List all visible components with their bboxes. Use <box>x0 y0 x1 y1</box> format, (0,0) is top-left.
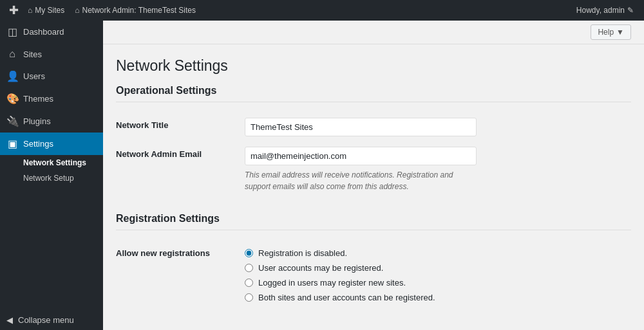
sidebar-item-plugins-label: Plugins <box>23 116 51 126</box>
radio-site-label: Logged in users may register new sites. <box>258 278 406 288</box>
site-name-link[interactable]: ⌂ Network Admin: ThemeTest Sites <box>70 0 201 21</box>
network-email-description: This email address will receive notifica… <box>245 169 477 192</box>
registration-form-table: Allow new registrations Registration is … <box>116 241 631 307</box>
sidebar-item-sites-label: Sites <box>23 50 42 59</box>
plugins-icon: 🔌 <box>6 115 18 127</box>
sidebar-item-themes[interactable]: 🎨 Themes <box>0 87 103 110</box>
allow-registrations-cell: Registration is disabled. User accounts … <box>245 241 631 307</box>
dashboard-icon: ◫ <box>6 26 18 38</box>
network-setup-label: Network Setup <box>23 174 74 183</box>
help-button[interactable]: Help ▼ <box>591 24 631 40</box>
radio-site[interactable]: Logged in users may register new sites. <box>245 278 631 288</box>
sidebar-item-plugins[interactable]: 🔌 Plugins <box>0 110 103 133</box>
sidebar-item-settings[interactable]: ▣ Settings <box>0 133 103 155</box>
page-content: Network Settings Operational Settings Ne… <box>103 44 644 330</box>
main-layout: ◫ Dashboard ⌂ Sites 👤 Users 🎨 Themes 🔌 P… <box>0 21 644 330</box>
edit-profile-icon: ✎ <box>627 6 634 15</box>
collapse-icon: ◀ <box>6 315 13 325</box>
my-sites-icon: ⌂ <box>28 6 32 15</box>
wp-logo[interactable]: ✚ <box>5 0 23 21</box>
network-title-cell <box>245 113 631 142</box>
radio-both-label: Both sites and user accounts can be regi… <box>258 293 435 302</box>
users-icon: 👤 <box>6 70 18 82</box>
sidebar-item-dashboard[interactable]: ◫ Dashboard <box>0 21 103 43</box>
sidebar-item-users-label: Users <box>23 71 45 81</box>
network-email-cell: This email address will receive notifica… <box>245 142 631 197</box>
allow-registrations-row: Allow new registrations Registration is … <box>116 241 631 307</box>
themes-icon: 🎨 <box>6 93 18 105</box>
registration-section-title: Registration Settings <box>116 213 631 230</box>
radio-user-input[interactable] <box>245 264 253 272</box>
radio-site-input[interactable] <box>245 279 253 287</box>
top-bar-right: Howdy, admin ✎ <box>571 6 639 15</box>
howdy-label: Howdy, admin <box>576 6 625 15</box>
operational-form-table: Network Title Network Admin Email This e… <box>116 113 631 197</box>
network-title-input[interactable] <box>245 118 477 136</box>
sidebar-item-users[interactable]: 👤 Users <box>0 65 103 87</box>
content-area: Help ▼ Network Settings Operational Sett… <box>103 21 644 330</box>
radio-disabled[interactable]: Registration is disabled. <box>245 248 631 258</box>
sidebar-item-settings-label: Settings <box>23 139 53 149</box>
top-bar: ✚ ⌂ My Sites ⌂ Network Admin: ThemeTest … <box>0 0 644 21</box>
network-title-row: Network Title <box>116 113 631 142</box>
sidebar-item-sites[interactable]: ⌂ Sites <box>0 43 103 65</box>
help-bar: Help ▼ <box>103 21 644 44</box>
network-email-input[interactable] <box>245 147 477 165</box>
sites-icon: ⌂ <box>6 48 18 60</box>
settings-icon: ▣ <box>6 138 18 150</box>
network-email-label: Network Admin Email <box>116 142 245 197</box>
network-title-label: Network Title <box>116 113 245 142</box>
page-title: Network Settings <box>116 57 631 75</box>
chevron-down-icon: ▼ <box>616 28 624 37</box>
registration-radio-group: Registration is disabled. User accounts … <box>245 246 631 302</box>
site-name: Network Admin: ThemeTest Sites <box>82 6 196 15</box>
sidebar-sub-item-network-setup[interactable]: Network Setup <box>0 170 103 186</box>
sidebar-item-themes-label: Themes <box>23 94 53 104</box>
radio-user[interactable]: User accounts may be registered. <box>245 263 631 273</box>
site-icon: ⌂ <box>75 6 79 15</box>
collapse-menu-button[interactable]: ◀ Collapse menu <box>0 310 103 330</box>
network-settings-label: Network Settings <box>23 158 86 167</box>
radio-disabled-label: Registration is disabled. <box>258 248 347 258</box>
sidebar-sub-item-network-settings[interactable]: Network Settings <box>0 155 103 170</box>
network-email-row: Network Admin Email This email address w… <box>116 142 631 197</box>
howdy-menu[interactable]: Howdy, admin ✎ <box>571 6 639 15</box>
radio-both-input[interactable] <box>245 293 253 302</box>
operational-section-title: Operational Settings <box>116 85 631 102</box>
top-bar-left: ✚ ⌂ My Sites ⌂ Network Admin: ThemeTest … <box>5 0 201 21</box>
radio-both[interactable]: Both sites and user accounts can be regi… <box>245 293 631 302</box>
my-sites-menu[interactable]: ⌂ My Sites <box>23 0 70 21</box>
collapse-menu-label: Collapse menu <box>18 315 74 325</box>
allow-registrations-label: Allow new registrations <box>116 241 245 307</box>
help-label: Help <box>598 28 614 37</box>
sidebar: ◫ Dashboard ⌂ Sites 👤 Users 🎨 Themes 🔌 P… <box>0 21 103 330</box>
radio-disabled-input[interactable] <box>245 249 253 257</box>
radio-user-label: User accounts may be registered. <box>258 263 383 273</box>
sidebar-item-dashboard-label: Dashboard <box>23 27 64 37</box>
my-sites-label: My Sites <box>35 6 64 15</box>
